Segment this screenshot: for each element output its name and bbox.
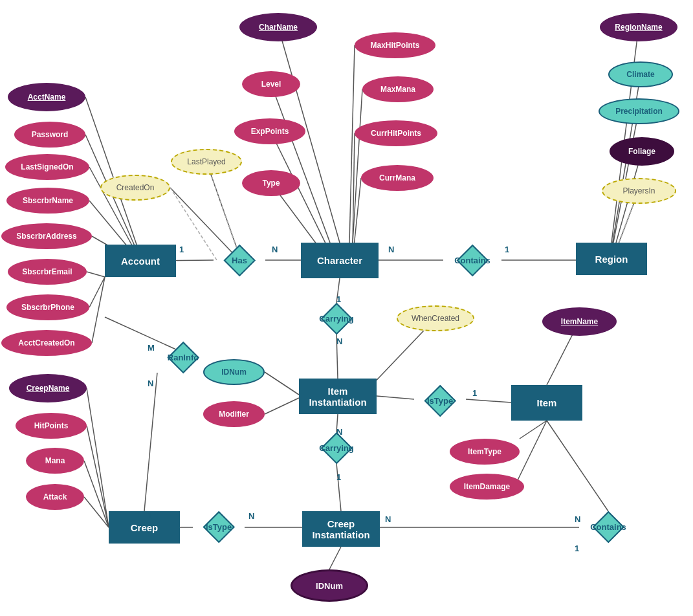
svg-line-32 [92,277,105,343]
svg-line-22 [353,89,362,243]
cardinality-label: N [248,511,254,521]
attribute-currmana: CurrMana [361,165,434,191]
cardinality-label: N [575,514,580,524]
cardinality-label: 1 [575,544,579,553]
attribute-createdon: CreatedOn [100,175,170,201]
svg-line-7 [466,399,511,402]
relationship-carrying1: Carrying [311,303,362,334]
attribute-maxmana: MaxMana [362,76,434,102]
svg-line-6 [377,396,414,399]
attribute-charname: CharName [239,13,317,41]
attribute-password: Password [14,122,85,148]
cardinality-label: 1 [148,511,152,521]
svg-line-9 [336,463,341,511]
attribute-whencreated: WhenCreated [397,305,474,331]
svg-line-30 [87,272,105,277]
svg-line-21 [349,45,355,243]
attribute-itemtype: ItemType [450,439,520,465]
cardinality-label: 1 [472,388,477,398]
cardinality-label: M [148,343,155,353]
relationship-istype2: IsType [193,511,245,542]
cardinality-label: N [272,245,278,254]
attribute-lastplayed: LastPlayed [171,149,242,175]
relationship-has: Has [214,245,265,276]
cardinality-label: 1 [179,245,184,254]
attribute-acctname: AcctName [8,83,85,111]
attribute-creepname: CreepName [9,374,87,402]
entity-character: Character [301,243,379,278]
svg-line-48 [87,426,109,527]
svg-line-49 [84,461,109,527]
attribute-maxhitpoints: MaxHitPoints [355,32,435,58]
svg-line-18 [271,84,330,243]
svg-line-45 [265,398,299,414]
attribute-itemname: ItemName [542,307,617,336]
attribute-sbscrbrem: SbscrbrEmail [8,259,87,285]
entity-account: Account [105,245,176,277]
attribute-climate: Climate [608,61,673,87]
entity-creep: Creep [109,511,180,544]
cardinality-label: 1 [336,472,341,482]
attribute-type_attr: Type [242,170,300,196]
entity-region: Region [576,243,647,275]
attribute-acctcreatedon: AcctCreatedOn [1,330,92,356]
attribute-lastsignedon: LastSignedOn [5,154,89,180]
attribute-sbscrbrphone: SbscrbrPhone [6,294,89,320]
svg-line-11 [144,373,157,511]
attribute-sbscrbrname: SbscrbrName [6,188,89,214]
relationship-contains2: Contains [579,511,637,542]
cardinality-label: N [336,336,342,346]
entity-item: Item [511,385,582,421]
relationship-istype1: IsType [414,385,466,416]
attribute-currhitpoints: CurrHitPoints [355,120,437,146]
attribute-modifier: Modifier [203,401,265,427]
attribute-hitpoints: HitPoints [16,413,87,439]
svg-line-23 [353,133,355,246]
entity-item_instantiation: ItemInstantiation [299,379,377,414]
cardinality-label: N [148,379,153,388]
svg-line-46 [329,547,341,569]
attribute-idnum1: IDNum [203,359,265,385]
cardinality-label: N [388,245,394,254]
svg-line-47 [87,388,109,527]
svg-line-35 [611,27,639,243]
attribute-mana: Mana [26,448,84,474]
attribute-exppoints: ExpPoints [234,118,305,144]
svg-line-41 [520,421,547,439]
cardinality-label: N [336,427,342,437]
relationship-carrying2: Carrying [311,432,362,463]
relationship-contains1: Contains [443,245,501,276]
cardinality-label: 1 [336,294,341,304]
svg-line-15 [547,421,608,511]
cardinality-label: 1 [505,245,509,254]
attribute-idnum2: IDNum [291,569,368,602]
attribute-regionname: RegionName [600,13,677,41]
svg-line-50 [84,497,109,527]
attribute-playersin: PlayersIn [602,178,676,204]
er-diagram: AccountCharacterRegionItemItemInstantiat… [0,0,693,616]
relationship-raninfo: RanInfo [157,342,209,373]
entity-creep_instantiation: CreepInstantiation [302,511,380,547]
svg-line-44 [265,372,299,395]
attribute-precipitation: Precipitation [599,98,679,124]
attribute-level: Level [242,71,300,97]
svg-line-33 [206,162,239,256]
attribute-itemdamage: ItemDamage [450,474,524,500]
svg-line-51 [206,162,239,256]
svg-line-31 [89,277,105,307]
attribute-sbscrbraddress: SbscrbrAddress [1,223,92,249]
svg-line-42 [518,421,547,480]
svg-line-52 [170,188,217,260]
cardinality-label: N [385,514,391,524]
attribute-attack: Attack [26,484,84,510]
cardinality-label: N [369,388,375,398]
attribute-foliage: Foliage [610,137,674,166]
